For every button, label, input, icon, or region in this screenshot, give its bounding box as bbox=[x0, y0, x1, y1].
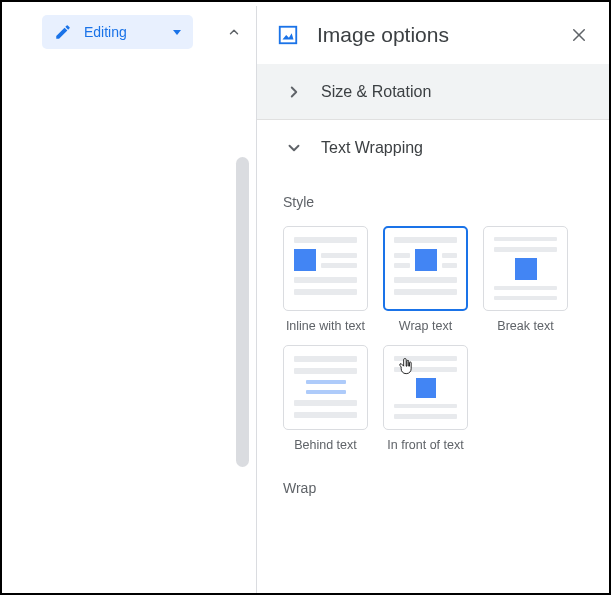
square-icon bbox=[294, 249, 316, 271]
square-icon bbox=[416, 378, 436, 398]
square-icon bbox=[515, 258, 537, 280]
square-icon bbox=[415, 249, 437, 271]
option-in-front-of-text[interactable]: In front of text bbox=[383, 345, 468, 452]
image-icon bbox=[277, 24, 299, 46]
chevron-down-icon bbox=[285, 139, 303, 157]
option-card bbox=[383, 345, 468, 430]
dropdown-arrow-icon bbox=[173, 30, 181, 35]
section-size-rotation[interactable]: Size & Rotation bbox=[257, 64, 611, 120]
collapse-toolbar-button[interactable] bbox=[217, 15, 251, 49]
behind-indicator bbox=[306, 380, 346, 384]
svg-rect-0 bbox=[280, 27, 297, 44]
editing-mode-label: Editing bbox=[84, 24, 127, 40]
section-title-text-wrapping: Text Wrapping bbox=[321, 139, 423, 157]
text-wrapping-body: Style Inline with text Wrap tex bbox=[257, 176, 611, 496]
section-text-wrapping[interactable]: Text Wrapping bbox=[257, 120, 611, 176]
chevron-up-icon bbox=[227, 25, 241, 39]
close-icon bbox=[570, 26, 588, 44]
style-label: Style bbox=[283, 194, 591, 210]
wrap-style-options: Inline with text Wrap text bbox=[283, 226, 593, 452]
chevron-right-icon bbox=[285, 83, 303, 101]
panel-title: Image options bbox=[317, 23, 567, 47]
option-label: Wrap text bbox=[383, 319, 468, 333]
option-card bbox=[383, 226, 468, 311]
pencil-icon bbox=[54, 23, 72, 41]
option-wrap-text[interactable]: Wrap text bbox=[383, 226, 468, 333]
option-card bbox=[283, 226, 368, 311]
option-label: Break text bbox=[483, 319, 568, 333]
option-behind-text[interactable]: Behind text bbox=[283, 345, 368, 452]
option-label: Inline with text bbox=[283, 319, 368, 333]
option-label: Behind text bbox=[283, 438, 368, 452]
section-title-size-rotation: Size & Rotation bbox=[321, 83, 431, 101]
panel-header: Image options bbox=[257, 6, 611, 64]
option-card bbox=[283, 345, 368, 430]
scrollbar-thumb[interactable] bbox=[236, 157, 249, 467]
option-break-text[interactable]: Break text bbox=[483, 226, 568, 333]
behind-indicator bbox=[306, 390, 346, 394]
svg-marker-1 bbox=[283, 33, 294, 39]
image-options-panel: Image options Size & Rotation Text Wrapp… bbox=[257, 6, 611, 594]
wrap-section-label: Wrap bbox=[283, 480, 591, 496]
close-panel-button[interactable] bbox=[567, 23, 591, 47]
option-card bbox=[483, 226, 568, 311]
editing-mode-chip[interactable]: Editing bbox=[42, 15, 193, 49]
option-inline-with-text[interactable]: Inline with text bbox=[283, 226, 368, 333]
option-label: In front of text bbox=[383, 438, 468, 452]
